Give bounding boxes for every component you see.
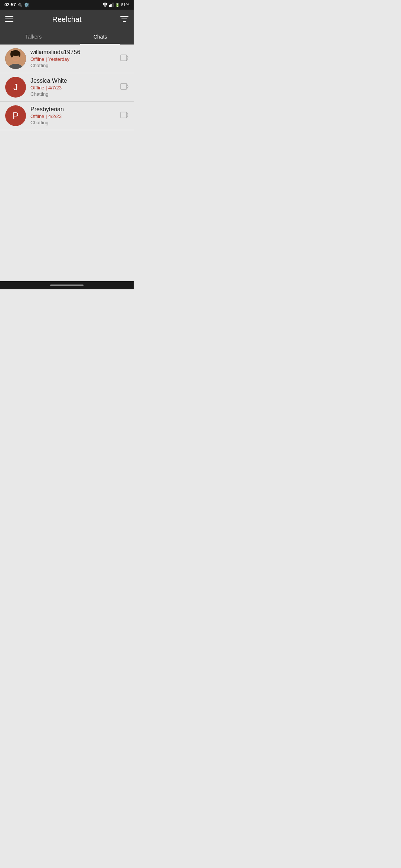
tab-talkers-label: Talkers bbox=[25, 34, 42, 40]
charging-icon: 🔌 bbox=[17, 3, 23, 7]
svg-point-17 bbox=[18, 52, 20, 57]
chat-info: williamslinda19756 Offline | Yesterday C… bbox=[30, 49, 116, 68]
filter-button[interactable] bbox=[120, 15, 128, 24]
bottom-bar bbox=[0, 281, 134, 289]
app-title: Reelchat bbox=[52, 15, 82, 24]
chat-info: Presbyterian Offline | 4/2/23 Chatting bbox=[30, 106, 116, 125]
tab-talkers[interactable]: Talkers bbox=[0, 29, 67, 45]
svg-rect-1 bbox=[109, 5, 110, 7]
chat-status: Offline | 4/2/23 bbox=[30, 114, 116, 119]
svg-rect-4 bbox=[113, 3, 114, 7]
tab-bar: Talkers Chats bbox=[0, 29, 134, 45]
avatar: J bbox=[5, 77, 26, 98]
svg-point-16 bbox=[10, 51, 13, 57]
tab-chats[interactable]: Chats bbox=[67, 29, 134, 45]
avatar bbox=[5, 48, 26, 69]
home-indicator bbox=[50, 285, 84, 286]
chat-status: Offline | 4/7/23 bbox=[30, 85, 116, 91]
svg-point-0 bbox=[104, 6, 105, 7]
app-bar: Reelchat bbox=[0, 10, 134, 29]
chat-name: Presbyterian bbox=[30, 106, 116, 113]
chat-action: Chatting bbox=[30, 91, 116, 97]
tag-icon[interactable] bbox=[120, 83, 128, 92]
status-time: 02:57 bbox=[4, 2, 16, 7]
wifi-icon bbox=[102, 3, 108, 7]
chat-item[interactable]: williamslinda19756 Offline | Yesterday C… bbox=[0, 45, 134, 73]
avatar-initial: J bbox=[13, 82, 18, 92]
tab-chats-label: Chats bbox=[94, 34, 107, 40]
tag-icon[interactable] bbox=[120, 55, 128, 63]
svg-rect-20 bbox=[121, 112, 127, 118]
status-bar: 02:57 🔌 ⚙️ 🔋 81% bbox=[0, 0, 134, 10]
svg-rect-9 bbox=[121, 19, 127, 19]
svg-rect-6 bbox=[5, 19, 13, 19]
hamburger-button[interactable] bbox=[5, 15, 13, 24]
chat-item[interactable]: P Presbyterian Offline | 4/2/23 Chatting bbox=[0, 102, 134, 130]
avatar-initial: P bbox=[13, 111, 19, 121]
tag-icon[interactable] bbox=[120, 112, 128, 120]
chat-info: Jessica White Offline | 4/7/23 Chatting bbox=[30, 78, 116, 97]
svg-rect-19 bbox=[121, 83, 127, 89]
chat-name: Jessica White bbox=[30, 78, 116, 84]
chat-status: Offline | Yesterday bbox=[30, 56, 116, 62]
avatar: P bbox=[5, 105, 26, 126]
svg-rect-8 bbox=[120, 16, 128, 17]
signal-icon bbox=[109, 3, 114, 7]
svg-rect-5 bbox=[5, 16, 13, 17]
chat-item[interactable]: J Jessica White Offline | 4/7/23 Chattin… bbox=[0, 73, 134, 102]
chat-name: williamslinda19756 bbox=[30, 49, 116, 56]
battery-icon: 🔋 bbox=[115, 3, 120, 7]
chat-list: williamslinda19756 Offline | Yesterday C… bbox=[0, 45, 134, 130]
chat-action: Chatting bbox=[30, 120, 116, 125]
svg-rect-10 bbox=[123, 21, 126, 22]
svg-rect-18 bbox=[121, 55, 127, 61]
svg-rect-7 bbox=[5, 21, 13, 22]
chat-action: Chatting bbox=[30, 63, 116, 68]
svg-rect-2 bbox=[110, 4, 111, 7]
svg-rect-3 bbox=[111, 4, 112, 7]
settings-icon: ⚙️ bbox=[24, 3, 29, 7]
battery-percent: 81% bbox=[121, 3, 129, 7]
